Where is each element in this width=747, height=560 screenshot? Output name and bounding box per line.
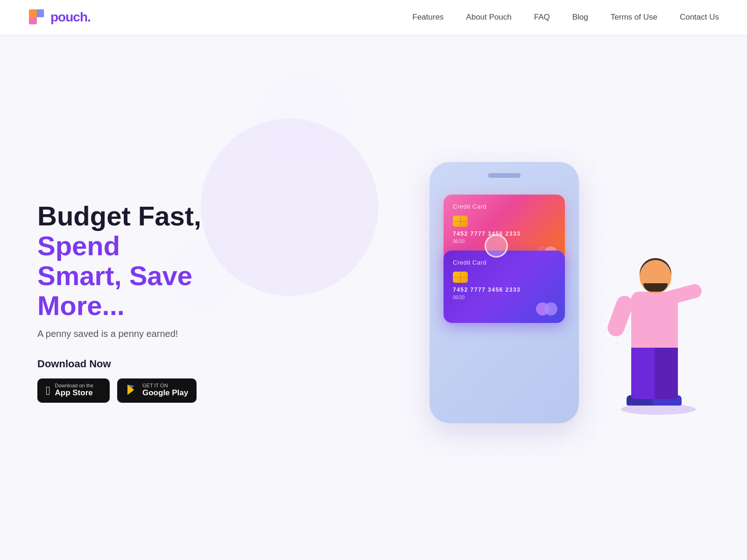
purple-circle-2 — [544, 302, 557, 315]
hero-headline: Budget Fast, SpendSmart, Save More... — [37, 201, 271, 320]
appstore-text: Download on the App Store — [55, 383, 94, 398]
hero-illustration: Credit Card 7452 7777 3456 2333 06/20 Cr… — [402, 143, 719, 461]
hero-subheadline: A penny saved is a penny earned! — [37, 329, 271, 339]
bg-blob-2 — [257, 72, 350, 165]
pink-card-label: Credit Card — [453, 203, 556, 210]
svg-rect-1 — [36, 9, 44, 17]
headline-purple: SpendSmart, Save More... — [37, 231, 192, 321]
appstore-main-text: App Store — [55, 388, 94, 398]
char-pants-right — [655, 343, 678, 399]
purple-card-chip — [453, 272, 468, 283]
hero-content: Budget Fast, SpendSmart, Save More... A … — [37, 201, 271, 403]
store-buttons:  Download on the App Store GE — [37, 378, 271, 402]
nav-contact[interactable]: Contact Us — [680, 13, 719, 22]
logo[interactable]: pouch. — [28, 8, 91, 26]
pink-card-number: 7452 7777 3456 2333 — [453, 231, 556, 237]
phone-notch — [488, 173, 521, 178]
headline-black: Budget Fast, — [37, 201, 201, 231]
nav-features[interactable]: Features — [412, 13, 444, 22]
char-pants-left — [631, 343, 655, 399]
phone-mockup: Credit Card 7452 7777 3456 2333 06/20 Cr… — [430, 162, 579, 423]
pink-card-chip — [453, 216, 468, 227]
apple-icon:  — [46, 385, 50, 397]
tap-effect — [485, 234, 508, 258]
googleplay-button[interactable]: GET IT ON Google Play — [117, 378, 197, 402]
purple-card-number: 7452 7777 3456 2333 — [453, 287, 556, 293]
main-nav: Features About Pouch FAQ Blog Terms of U… — [412, 13, 719, 22]
logo-text: pouch. — [50, 10, 91, 25]
char-body — [631, 292, 678, 348]
hero-section: Budget Fast, SpendSmart, Save More... A … — [0, 35, 747, 560]
nav-terms[interactable]: Terms of Use — [611, 13, 657, 22]
svg-rect-2 — [29, 9, 37, 17]
purple-card-circles — [536, 302, 557, 315]
nav-about[interactable]: About Pouch — [466, 13, 511, 22]
appstore-top-text: Download on the — [55, 383, 94, 388]
credit-card-purple: Credit Card 7452 7777 3456 2333 06/20 — [444, 251, 565, 323]
appstore-button[interactable]:  Download on the App Store — [37, 378, 110, 402]
googleplay-top-text: GET IT ON — [142, 383, 188, 388]
nav-blog[interactable]: Blog — [572, 13, 588, 22]
purple-card-expiry: 06/20 — [453, 295, 556, 300]
header: pouch. Features About Pouch FAQ Blog Ter… — [0, 0, 747, 35]
logo-icon — [28, 8, 46, 26]
character-illustration — [612, 260, 705, 437]
nav-faq[interactable]: FAQ — [534, 13, 550, 22]
svg-rect-0 — [29, 16, 37, 24]
download-label: Download Now — [37, 358, 271, 370]
googleplay-main-text: Google Play — [142, 388, 188, 398]
googleplay-icon — [126, 384, 138, 398]
googleplay-text: GET IT ON Google Play — [142, 383, 188, 398]
purple-card-label: Credit Card — [453, 259, 556, 266]
